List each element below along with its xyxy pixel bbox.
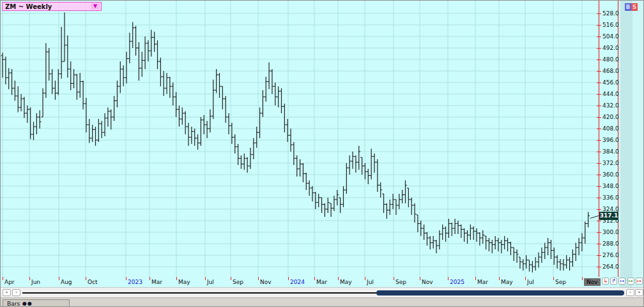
chart-canvas [1, 1, 599, 277]
chart-nav-arrow-button[interactable]: ↱ [610, 278, 617, 285]
time-tick [394, 277, 394, 280]
price-tick-label: 360.0 [602, 171, 619, 178]
chart-nav-arrow-button[interactable]: ↦ [636, 278, 643, 285]
price-tick-label: 408.0 [602, 125, 619, 132]
price-tick-label: 528.0 [602, 10, 619, 17]
time-label-month: Aug [61, 279, 72, 285]
price-tick [597, 83, 601, 83]
price-tick [597, 94, 601, 95]
time-tick [126, 277, 126, 280]
status-tab-label: Bars [7, 301, 20, 307]
ohlc-chart [1, 1, 599, 279]
price-tick-label: 480.0 [602, 56, 619, 63]
status-tab-bars[interactable]: Bars ●● [3, 299, 70, 307]
time-tick [499, 277, 500, 280]
time-tick [176, 277, 177, 280]
price-tick [597, 129, 601, 129]
price-tick [597, 13, 601, 14]
price-tick [597, 267, 601, 267]
time-tick [29, 277, 30, 280]
status-bar: Bars ●● [1, 297, 644, 307]
price-tick-label: 372.0 [602, 160, 619, 166]
scroll-left-button[interactable]: ‹ [12, 289, 20, 296]
right-panel: B S [619, 1, 644, 287]
time-tick [475, 277, 476, 280]
scroll-left-button[interactable]: « [3, 289, 11, 296]
time-label-month: Jun [31, 279, 40, 285]
price-tick [597, 163, 601, 164]
scrollbar-thumb[interactable] [376, 290, 624, 295]
time-label-month: Sep [555, 279, 566, 285]
chart-nav-arrow-button[interactable]: ↳ [602, 278, 609, 285]
chart-area[interactable]: ZM ~ Weekly ▼ [1, 1, 599, 277]
scrollbar-row: «‹›» [1, 287, 644, 297]
time-label-year: 2024 [290, 279, 305, 285]
price-tick-label: 300.0 [602, 229, 619, 235]
price-tick-label: 396.0 [602, 137, 619, 143]
price-tick-label: 420.0 [602, 114, 619, 120]
symbol-dropdown[interactable]: ZM ~ Weekly ▼ [2, 2, 102, 11]
time-tick [205, 277, 206, 280]
time-tick [420, 277, 420, 280]
time-label-month: Oct [88, 279, 98, 285]
price-tick [597, 255, 601, 256]
price-tick [597, 175, 601, 175]
time-tick [314, 277, 315, 280]
chart-nav-arrow-button[interactable]: ↦ [618, 278, 625, 285]
price-tick-label: 384.0 [602, 148, 619, 155]
sell-button[interactable]: S [631, 3, 638, 11]
price-tick-label: 288.0 [602, 240, 619, 247]
price-tick-label: 264.0 [602, 264, 619, 270]
price-tick-label: 468.0 [602, 68, 619, 74]
time-tick [338, 277, 339, 280]
price-tick [597, 117, 601, 118]
time-tick [288, 277, 289, 280]
price-axis[interactable]: 317.1 528.0516.0504.0492.0480.0468.0456.… [599, 1, 618, 277]
status-tab-dots-icon: ●● [22, 301, 33, 306]
price-tick [597, 36, 601, 37]
price-tick [597, 186, 601, 187]
chevron-down-icon[interactable]: ▼ [91, 3, 100, 10]
time-label-month: Jul [367, 279, 374, 285]
time-label-month: Apr [4, 279, 15, 285]
time-tick [553, 277, 554, 280]
scroll-right-button[interactable]: › [626, 289, 634, 296]
time-axis[interactable]: AprJunAugOct2023MarMayJulSepNov2024MarMa… [1, 277, 599, 287]
price-tick [597, 59, 601, 60]
price-tick [597, 232, 601, 233]
price-tick-label: 492.0 [602, 45, 619, 51]
price-tick-label: 336.0 [602, 194, 619, 201]
price-tick-label: 516.0 [602, 22, 619, 28]
time-label-month: Sep [395, 279, 406, 285]
buy-button[interactable]: B [625, 3, 631, 11]
time-label-month: Sep [233, 279, 243, 285]
price-tick-label: 348.0 [602, 183, 619, 189]
price-tick-label: 276.0 [602, 252, 619, 258]
price-tick [597, 152, 601, 152]
price-tick [597, 244, 601, 244]
price-tick [597, 106, 601, 106]
price-tick-label: 504.0 [602, 33, 619, 40]
time-tick [231, 277, 231, 280]
time-label-month[interactable]: Nov [584, 278, 601, 286]
time-tick [582, 277, 583, 280]
time-label-year: 2025 [450, 279, 464, 285]
price-tick [597, 209, 601, 210]
price-tick [597, 198, 601, 198]
price-tick-label: 432.0 [602, 102, 619, 109]
time-label-month: May [501, 279, 513, 285]
time-tick [525, 277, 526, 280]
price-tick-label: 444.0 [602, 91, 619, 97]
time-tick [3, 277, 3, 280]
scroll-right-button[interactable]: » [635, 289, 643, 296]
time-tick [258, 277, 259, 280]
right-panel-stripe [620, 1, 632, 287]
time-label-month: Mar [477, 279, 488, 285]
chart-nav-arrow-button[interactable]: ↦ [627, 278, 634, 285]
time-label-month: Jul [207, 279, 214, 285]
price-tick [597, 25, 601, 26]
time-label-month: Nov [422, 279, 433, 285]
last-price-label: 317.1 [599, 212, 618, 220]
time-label-month: May [178, 279, 190, 285]
time-label-year: 2023 [128, 279, 142, 285]
